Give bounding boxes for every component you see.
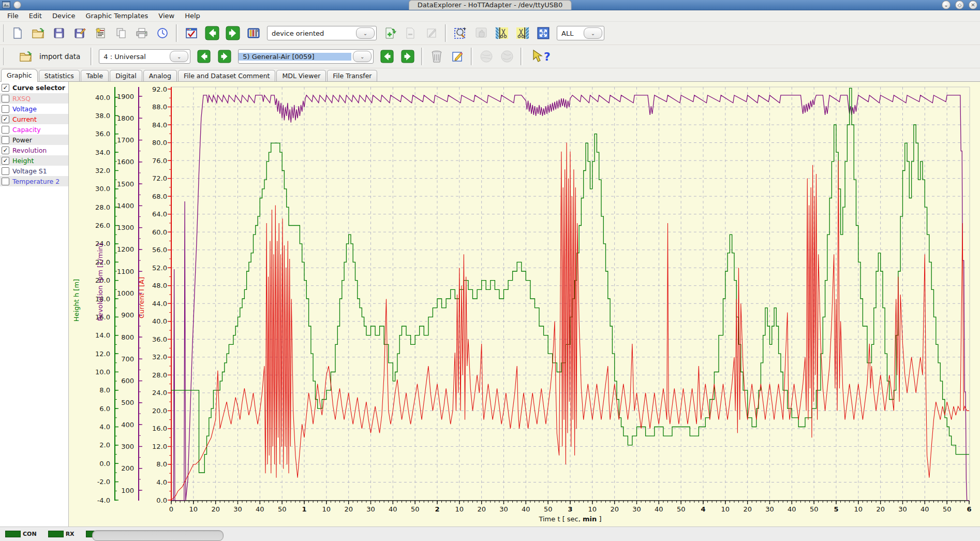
record-properties-button[interactable] [91, 24, 110, 42]
curve-selector-master-checkbox[interactable]: ✓ [2, 84, 9, 92]
new-file-button[interactable] [8, 24, 27, 42]
svg-text:0: 0 [169, 505, 173, 513]
telemetry-chart[interactable]: 40.038.036.034.032.030.028.026.024.022.0… [69, 82, 980, 527]
view-mode-combo[interactable]: device oriented ⌄ [267, 26, 377, 40]
svg-text:40: 40 [655, 505, 663, 513]
curve-checkbox[interactable] [2, 105, 9, 113]
chevron-down-icon[interactable]: ⌄ [353, 51, 372, 62]
record-set-combo[interactable]: 5) General-Air [0059] ⌄ [238, 49, 374, 64]
chevron-down-icon[interactable]: ⌄ [584, 27, 602, 39]
tab-file-and-dataset-comment[interactable]: File and Dataset Comment [178, 70, 276, 81]
zoom-window-button[interactable] [451, 24, 470, 42]
curve-checkbox[interactable] [2, 95, 9, 103]
print-button[interactable] [132, 24, 151, 42]
maximize-button[interactable]: ◇ [955, 1, 964, 9]
chevron-down-icon[interactable]: ⌄ [170, 51, 188, 62]
curve-checkbox[interactable] [2, 136, 9, 144]
edit-record-button[interactable] [448, 47, 467, 66]
delete-record-button[interactable] [427, 47, 446, 66]
menu-help[interactable]: Help [180, 11, 205, 20]
cut-left-button[interactable] [493, 24, 511, 42]
tab-statistics[interactable]: Statistics [39, 70, 80, 81]
copy-icon [115, 27, 127, 39]
svg-text:8.0: 8.0 [156, 460, 167, 468]
device-toolbox-button[interactable] [244, 24, 263, 42]
window-menu-button[interactable] [13, 1, 21, 9]
copy-button[interactable] [112, 24, 130, 42]
tab-file-transfer[interactable]: File Transfer [327, 70, 377, 81]
svg-text:1000: 1000 [117, 289, 134, 297]
curve-checkbox[interactable] [2, 178, 9, 185]
curve-checkbox[interactable]: ✓ [2, 147, 9, 154]
led-label: RX [66, 531, 75, 537]
curve-selector-panel: ✓ Curve selector RXSQVoltage✓CurrentCapa… [0, 82, 69, 527]
close-button[interactable]: ✕ [969, 1, 977, 9]
scope-combo[interactable]: ALL ⌄ [557, 26, 604, 40]
open-file-button[interactable] [29, 24, 48, 42]
save-button[interactable] [50, 24, 68, 42]
svg-text:1600: 1600 [117, 158, 134, 166]
remove-object-button[interactable] [402, 24, 420, 42]
pan-button[interactable] [472, 24, 491, 42]
arrow-right-icon [401, 50, 414, 63]
toolbar-separator [421, 48, 423, 65]
curve-row-rxsq: RXSQ [0, 93, 68, 104]
svg-text:50: 50 [544, 505, 553, 513]
tab-digital[interactable]: Digital [110, 70, 142, 81]
next-device-button[interactable] [224, 24, 242, 42]
next-record-button[interactable] [398, 47, 417, 66]
minimize-button[interactable]: ⌄ [942, 1, 951, 9]
window-title[interactable]: DataExplorer - HoTTAdapter - /dev/ttyUSB… [409, 0, 572, 10]
prev-device-button[interactable] [203, 24, 221, 42]
menu-view[interactable]: View [153, 11, 180, 20]
import-data-button[interactable]: import data [11, 49, 87, 64]
toolbar-separator [471, 48, 473, 65]
kmz-export-button[interactable] [498, 47, 516, 66]
menu-file[interactable]: File [2, 11, 24, 20]
prev-record-button[interactable] [378, 47, 396, 66]
svg-text:76.0: 76.0 [152, 157, 167, 165]
chevron-down-icon[interactable]: ⌄ [356, 27, 375, 39]
tab-mdl-viewer[interactable]: MDL Viewer [276, 70, 326, 81]
tab-table[interactable]: Table [81, 70, 109, 81]
globe-icon [500, 50, 514, 63]
tab-analog[interactable]: Analog [143, 70, 177, 81]
cut-right-button[interactable] [513, 24, 532, 42]
axis-time: 0102030405011020304050210203040503102030… [169, 501, 972, 523]
google-earth-button[interactable] [477, 47, 496, 66]
record-set-value: 5) General-Air [0059] [239, 53, 351, 61]
svg-text:40: 40 [788, 505, 796, 513]
graph-canvas[interactable]: 40.038.036.034.032.030.028.026.024.022.0… [69, 82, 980, 527]
save-as-button[interactable] [70, 24, 89, 42]
fit-into-window-button[interactable] [534, 24, 553, 42]
arrow-right-icon [226, 26, 240, 40]
prev-channel-button[interactable] [195, 47, 213, 66]
curve-row-voltage: Voltage [0, 104, 68, 114]
svg-text:80.0: 80.0 [152, 139, 167, 147]
svg-text:1500: 1500 [117, 180, 134, 188]
curve-row-current: ✓Current [0, 114, 68, 124]
time-button[interactable] [153, 24, 172, 42]
context-help-button[interactable]: ? [527, 47, 557, 66]
help-pointer-icon: ? [530, 49, 553, 64]
curve-checkbox[interactable]: ✓ [2, 115, 9, 123]
curve-checkbox[interactable]: ✓ [2, 157, 9, 165]
svg-text:5: 5 [834, 505, 838, 513]
add-object-button[interactable] [381, 24, 399, 42]
menu-device[interactable]: Device [47, 11, 80, 20]
curve-checkbox[interactable] [2, 167, 9, 175]
device-settings-button[interactable] [182, 24, 201, 42]
channel-combo[interactable]: 4 : Universal ⌄ [99, 49, 190, 64]
curve-checkbox[interactable] [2, 126, 9, 134]
edit-object-button[interactable] [422, 24, 441, 42]
import-folder-icon [19, 50, 33, 63]
menu-graphic-templates[interactable]: Graphic Templates [80, 11, 153, 20]
svg-text:40: 40 [389, 505, 397, 513]
tab-graphic[interactable]: Graphic [1, 69, 38, 82]
next-channel-button[interactable] [215, 47, 234, 66]
svg-text:500: 500 [121, 399, 134, 406]
axis-current: 92.088.084.080.076.072.068.064.060.056.0… [138, 85, 171, 504]
svg-text:40: 40 [920, 505, 929, 513]
menu-edit[interactable]: Edit [24, 11, 47, 20]
device-check-icon [185, 27, 198, 39]
